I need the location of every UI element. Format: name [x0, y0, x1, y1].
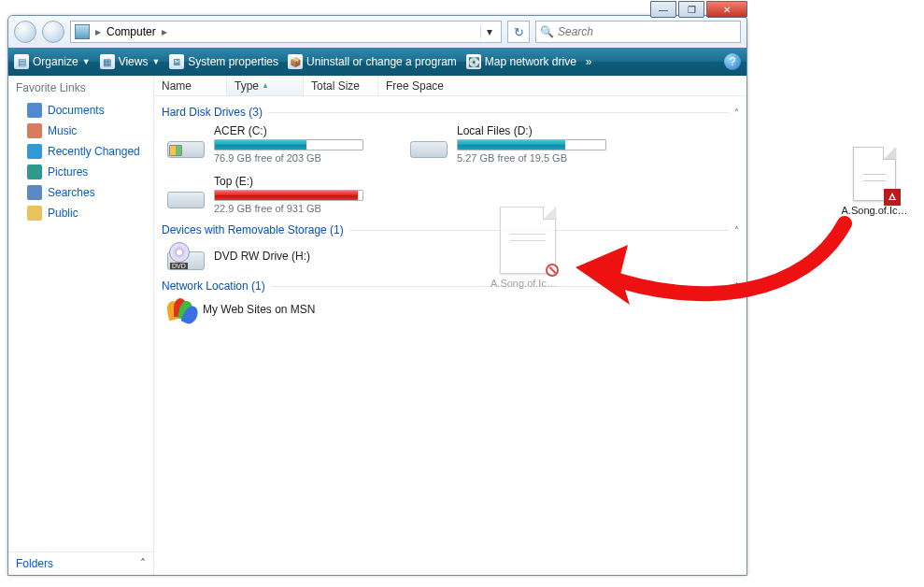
computer-icon	[75, 24, 90, 39]
free-space-text: 76.9 GB free of 203 GB	[214, 152, 388, 164]
search-input[interactable]	[558, 25, 736, 38]
organize-icon: ▤	[14, 54, 29, 69]
hard-drive-icon	[167, 130, 205, 158]
pictures-icon	[27, 165, 42, 179]
network-location-msn[interactable]: My Web Sites on MSN	[165, 294, 390, 324]
usage-bar	[457, 139, 606, 150]
explorer-window: — ❐ ✕ ▸ Computer ▸ ▾ ↻ 🔍 ▤Organize▼ ▦Vie…	[7, 15, 747, 576]
search-folder-icon	[27, 185, 42, 200]
breadcrumb-location[interactable]: Computer	[107, 25, 156, 38]
content-pane: Name Type▲ Total Size Free Space Hard Di…	[154, 76, 746, 575]
desktop-file-label: A.Song.of.Ic…	[836, 205, 913, 216]
drive-e[interactable]: Top (E:) 22.9 GB free of 931 GB	[165, 171, 390, 218]
sidebar-item-music[interactable]: Music	[8, 121, 153, 141]
hard-drive-icon	[410, 130, 448, 158]
more-commands-button[interactable]: »	[586, 55, 592, 68]
sidebar-item-pictures[interactable]: Pictures	[8, 162, 153, 182]
column-type[interactable]: Type▲	[227, 76, 304, 95]
public-folder-icon	[27, 206, 42, 221]
column-total-size[interactable]: Total Size	[304, 76, 378, 95]
map-network-drive-button[interactable]: 💽Map network drive	[466, 54, 576, 69]
uninstall-program-button[interactable]: 📦Uninstall or change a program	[288, 54, 457, 69]
free-space-text: 5.27 GB free of 19.5 GB	[457, 152, 631, 164]
section-network-location[interactable]: Network Location (1) ˄	[162, 279, 739, 293]
box-icon: 📦	[288, 54, 303, 69]
back-button[interactable]	[14, 21, 36, 43]
documents-icon	[27, 103, 42, 118]
drag-ghost-label: A.Song.of.Ic…	[490, 278, 557, 289]
command-bar: ▤Organize▼ ▦Views▼ 🖥System properties 📦U…	[8, 48, 746, 76]
close-button[interactable]: ✕	[706, 1, 747, 18]
drag-ghost-pdf	[500, 207, 556, 274]
drive-d[interactable]: Local Files (D:) 5.27 GB free of 19.5 GB	[408, 121, 633, 167]
usage-bar	[214, 190, 363, 201]
views-menu[interactable]: ▦Views▼	[100, 54, 161, 69]
sidebar-item-public[interactable]: Public	[8, 203, 153, 223]
drive-icon: 💽	[466, 54, 481, 69]
refresh-button[interactable]: ↻	[507, 21, 530, 43]
breadcrumb-separator-icon: ▸	[95, 25, 101, 38]
adobe-pdf-badge-icon	[884, 189, 901, 206]
maximize-button[interactable]: ❐	[678, 1, 704, 18]
hard-drive-icon	[167, 180, 205, 208]
search-box[interactable]: 🔍	[535, 21, 741, 43]
folders-pane-toggle[interactable]: Folders˄	[8, 551, 153, 575]
favorites-sidebar: Favorite Links Documents Music Recently …	[8, 76, 154, 575]
minimize-button[interactable]: —	[650, 1, 676, 18]
chevron-down-icon: ▼	[151, 57, 160, 66]
sidebar-item-recently-changed[interactable]: Recently Changed	[8, 141, 153, 162]
column-headers: Name Type▲ Total Size Free Space	[154, 76, 746, 96]
usage-bar	[214, 139, 363, 150]
address-bar[interactable]: ▸ Computer ▸ ▾	[70, 21, 502, 43]
sidebar-item-documents[interactable]: Documents	[8, 100, 153, 121]
monitor-icon: 🖥	[169, 54, 184, 69]
msn-butterfly-icon	[167, 298, 193, 321]
section-hard-disk-drives[interactable]: Hard Disk Drives (3) ˄	[162, 106, 739, 119]
search-icon: 🔍	[540, 25, 554, 38]
free-space-text: 22.9 GB free of 931 GB	[214, 203, 388, 214]
music-icon	[27, 123, 42, 138]
drive-label: DVD RW Drive (H:)	[214, 250, 388, 263]
desktop-file-pdf[interactable]: A.Song.of.Ic…	[836, 147, 913, 216]
recent-icon	[27, 144, 42, 159]
drive-label: Local Files (D:)	[457, 124, 631, 137]
items-pane[interactable]: Hard Disk Drives (3) ˄ ACER (C:) 76.9 GB…	[154, 96, 746, 575]
chevron-down-icon: ▼	[82, 57, 91, 66]
favorites-heading: Favorite Links	[8, 76, 153, 100]
views-icon: ▦	[100, 54, 115, 69]
help-button[interactable]: ?	[724, 53, 741, 70]
collapse-icon[interactable]: ˄	[734, 107, 739, 118]
network-location-label: My Web Sites on MSN	[203, 303, 388, 316]
address-dropdown-icon[interactable]: ▾	[480, 25, 497, 38]
system-properties-button[interactable]: 🖥System properties	[169, 54, 278, 69]
drive-c[interactable]: ACER (C:) 76.9 GB free of 203 GB	[165, 121, 390, 167]
drive-dvd[interactable]: DVD DVD RW Drive (H:)	[165, 238, 390, 274]
drive-label: ACER (C:)	[214, 124, 388, 137]
nav-bar: ▸ Computer ▸ ▾ ↻ 🔍	[8, 16, 746, 48]
section-removable-storage[interactable]: Devices with Removable Storage (1) ˄	[162, 223, 739, 236]
collapse-icon[interactable]: ˄	[734, 281, 739, 292]
breadcrumb-separator-icon: ▸	[162, 25, 167, 38]
organize-menu[interactable]: ▤Organize▼	[14, 54, 91, 69]
chevron-up-icon: ˄	[140, 557, 146, 570]
window-titlebar: — ❐ ✕	[648, 1, 747, 21]
no-drop-icon	[546, 264, 559, 277]
dvd-drive-icon: DVD	[167, 242, 205, 270]
sidebar-item-searches[interactable]: Searches	[8, 182, 153, 203]
sort-ascending-icon: ▲	[262, 81, 269, 90]
forward-button[interactable]	[42, 21, 64, 43]
pdf-file-icon	[853, 147, 896, 201]
drive-label: Top (E:)	[214, 175, 388, 188]
column-free-space[interactable]: Free Space	[378, 76, 746, 95]
collapse-icon[interactable]: ˄	[734, 225, 739, 236]
column-name[interactable]: Name	[154, 76, 227, 95]
